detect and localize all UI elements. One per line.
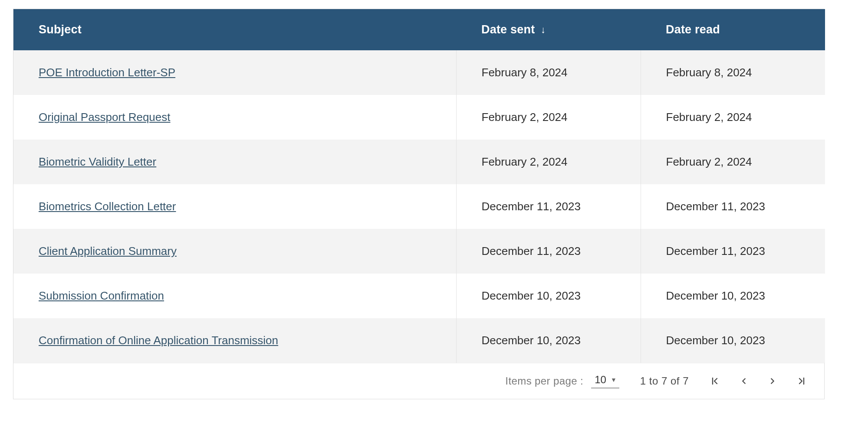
cell-subject: Biometrics Collection Letter	[13, 184, 456, 229]
items-per-page-value: 10	[595, 374, 606, 386]
subject-link[interactable]: Client Application Summary	[39, 245, 177, 258]
items-per-page-label: Items per page :	[505, 375, 583, 387]
cell-date-read: December 11, 2023	[641, 184, 825, 229]
table-row: Confirmation of Online Application Trans…	[13, 318, 825, 363]
caret-down-icon: ▼	[611, 376, 617, 383]
first-page-button[interactable]	[710, 376, 720, 386]
cell-date-sent: February 2, 2024	[456, 140, 641, 184]
arrow-down-icon: ↓	[541, 24, 546, 36]
cell-subject: POE Introduction Letter-SP	[13, 50, 456, 95]
cell-subject: Original Passport Request	[13, 95, 456, 140]
items-per-page-select[interactable]: 10 ▼	[591, 374, 619, 388]
cell-date-read: February 2, 2024	[641, 95, 825, 140]
last-page-button[interactable]	[796, 376, 807, 386]
cell-date-sent: February 2, 2024	[456, 95, 641, 140]
pagination-nav	[710, 376, 807, 386]
subject-link[interactable]: Confirmation of Online Application Trans…	[39, 334, 278, 347]
subject-link[interactable]: Submission Confirmation	[39, 289, 164, 302]
cell-subject: Confirmation of Online Application Trans…	[13, 318, 456, 363]
cell-date-sent: December 10, 2023	[456, 318, 641, 363]
last-page-icon	[796, 376, 807, 386]
table-row: Biometrics Collection LetterDecember 11,…	[13, 184, 825, 229]
column-header-date-sent-label: Date sent	[481, 23, 535, 36]
messages-table: Subject Date sent ↓ Date read POE Introd…	[13, 9, 825, 363]
chevron-left-icon	[739, 376, 749, 386]
column-header-subject[interactable]: Subject	[13, 9, 456, 50]
table-row: POE Introduction Letter-SPFebruary 8, 20…	[13, 50, 825, 95]
cell-subject: Client Application Summary	[13, 229, 456, 274]
table-row: Submission ConfirmationDecember 10, 2023…	[13, 274, 825, 318]
items-per-page-group: Items per page : 10 ▼	[505, 374, 619, 388]
pagination-bar: Items per page : 10 ▼ 1 to 7 of 7	[13, 363, 824, 399]
prev-page-button[interactable]	[739, 376, 749, 386]
subject-link[interactable]: POE Introduction Letter-SP	[39, 66, 175, 79]
table-header-row: Subject Date sent ↓ Date read	[13, 9, 825, 50]
pagination-range: 1 to 7 of 7	[640, 375, 689, 387]
subject-link[interactable]: Original Passport Request	[39, 111, 170, 124]
table-row: Biometric Validity LetterFebruary 2, 202…	[13, 140, 825, 184]
cell-subject: Biometric Validity Letter	[13, 140, 456, 184]
chevron-right-icon	[768, 376, 777, 386]
cell-date-sent: February 8, 2024	[456, 50, 641, 95]
cell-date-read: December 10, 2023	[641, 318, 825, 363]
first-page-icon	[710, 376, 720, 386]
cell-date-read: February 2, 2024	[641, 140, 825, 184]
cell-date-read: December 10, 2023	[641, 274, 825, 318]
next-page-button[interactable]	[768, 376, 777, 386]
table-row: Client Application SummaryDecember 11, 2…	[13, 229, 825, 274]
cell-date-sent: December 10, 2023	[456, 274, 641, 318]
cell-date-sent: December 11, 2023	[456, 184, 641, 229]
cell-date-read: December 11, 2023	[641, 229, 825, 274]
subject-link[interactable]: Biometric Validity Letter	[39, 155, 156, 168]
cell-date-read: February 8, 2024	[641, 50, 825, 95]
subject-link[interactable]: Biometrics Collection Letter	[39, 200, 176, 213]
cell-date-sent: December 11, 2023	[456, 229, 641, 274]
cell-subject: Submission Confirmation	[13, 274, 456, 318]
column-header-date-sent[interactable]: Date sent ↓	[456, 9, 641, 50]
messages-table-container: Subject Date sent ↓ Date read POE Introd…	[13, 9, 825, 399]
table-row: Original Passport RequestFebruary 2, 202…	[13, 95, 825, 140]
column-header-date-read[interactable]: Date read	[641, 9, 825, 50]
column-header-date-read-label: Date read	[666, 23, 720, 36]
column-header-subject-label: Subject	[39, 23, 82, 36]
